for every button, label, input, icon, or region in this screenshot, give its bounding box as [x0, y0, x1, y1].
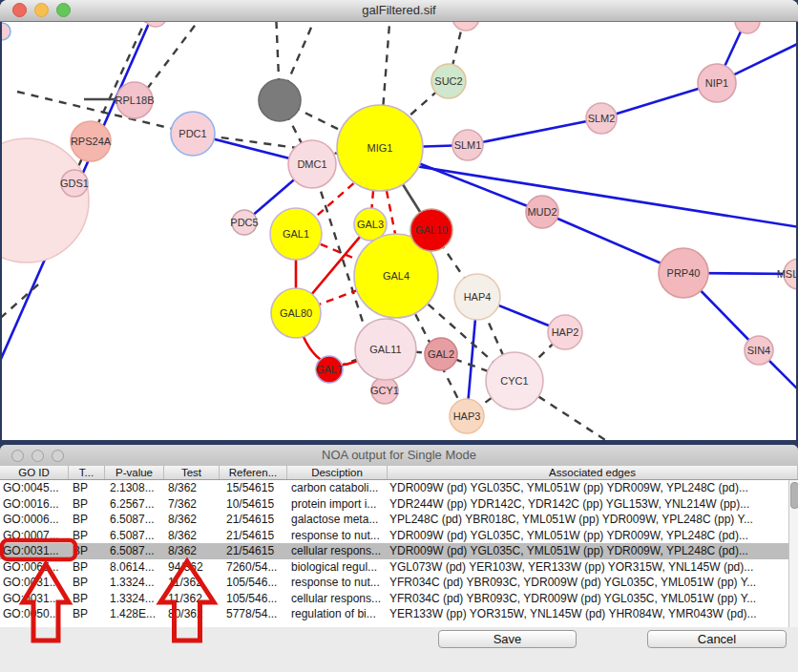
table-scrollbar[interactable] — [788, 480, 798, 627]
table-cell: carbon cataboli... — [287, 480, 388, 496]
table-row[interactable]: GO:0031...BP1.3324...11/362105/546...cel… — [0, 591, 788, 607]
table-cell: BP — [69, 575, 105, 591]
table-row[interactable]: GO:0007...BP6.5087...8/36221/54615respon… — [0, 528, 788, 544]
table-cell: BP — [69, 496, 105, 513]
noa-window-title: NOA output for Single Mode — [0, 445, 798, 466]
column-header[interactable]: GO ID — [0, 466, 69, 479]
noa-titlebar: NOA output for Single Mode — [0, 445, 798, 467]
table-cell: 1.428E... — [105, 606, 164, 622]
node-label: GAL11 — [369, 344, 401, 355]
table-cell: GO:0016... — [0, 496, 69, 513]
table-cell: GO:0045... — [0, 480, 69, 496]
node-label: HAP3 — [453, 410, 481, 422]
table-row[interactable]: GO:0031...BP1.3324...11/362105/546...res… — [0, 575, 788, 591]
table-cell: 21/54615 — [220, 543, 287, 559]
table-cell: 8/362 — [164, 480, 220, 496]
node-label: CYC1 — [500, 375, 528, 387]
cancel-button[interactable]: Cancel — [647, 630, 787, 648]
node-label: GAL7 — [316, 364, 343, 375]
table-row[interactable]: GO:0050...BP1.428E...80/3625778/54...reg… — [0, 606, 788, 622]
node-label: GDS1 — [60, 178, 89, 189]
table-cell: GO:0006... — [0, 512, 69, 528]
table-cell: 10/54615 — [220, 496, 287, 513]
table-cell: YDR009W (pd) YGL035C, YML051W (pp) YDR00… — [388, 480, 788, 496]
table-cell: YDR244W (pp) YDR142C, YDR142C (pp) YGL15… — [388, 496, 788, 513]
table-cell: 6.5087... — [105, 543, 164, 559]
table-cell: 2.1308... — [105, 480, 164, 496]
network-canvas[interactable]: RPL18BRPS24AGDS1PDC1DMC1PDC5SUC2SLM1SLM2… — [0, 0, 798, 440]
table-row[interactable]: GO:0006...BP6.5087...8/36221/54615galact… — [0, 512, 788, 528]
table-cell: YDR009W (pd) YGL035C, YML051W (pp) YDR00… — [388, 528, 788, 544]
node-label: HAP4 — [464, 291, 492, 303]
table-cell: galactose meta... — [287, 512, 388, 528]
table-row[interactable]: GO:0065...BP8.0614...94/3627260/54...bio… — [0, 559, 788, 576]
node-label: GAL3 — [357, 219, 384, 230]
table-row[interactable]: GO:0016...BP6.2567...7/36210/54615protei… — [0, 496, 788, 513]
table-cell: 21/54615 — [220, 528, 287, 544]
table-row[interactable]: GO:0045...BP2.1308...8/36215/54615carbon… — [0, 480, 788, 496]
table-cell: GO:0065... — [0, 559, 69, 576]
table-cell: YFR034C (pd) YBR093C, YDR009W (pd) YGL03… — [388, 591, 788, 607]
table-cell: GO:0031... — [0, 543, 69, 559]
graph-node[interactable] — [259, 79, 301, 121]
table-cell: biological regul... — [287, 559, 388, 576]
screen: RPL18BRPS24AGDS1PDC1DMC1PDC5SUC2SLM1SLM2… — [0, 0, 798, 672]
column-header[interactable]: Desciption — [287, 466, 388, 479]
table-cell: 8/362 — [164, 512, 220, 528]
button-panel: Save Cancel — [0, 627, 798, 672]
table-cell: YFR034C (pd) YBR093C, YDR009W (pd) YGL03… — [388, 575, 788, 591]
table-cell: BP — [69, 591, 105, 607]
column-header[interactable]: P-value — [105, 466, 164, 479]
table-cell: GO:0031... — [0, 575, 69, 591]
table-cell: BP — [69, 559, 105, 576]
table-cell: response to nut... — [287, 575, 388, 591]
node-label: NIP1 — [705, 77, 728, 89]
table-cell: 21/54615 — [220, 512, 287, 528]
save-button[interactable]: Save — [438, 630, 577, 648]
node-label: PDC5 — [230, 217, 258, 228]
scrollbar-thumb[interactable] — [790, 482, 798, 509]
node-label: GAL1 — [283, 228, 309, 240]
node-label: SIN4 — [747, 345, 770, 356]
graph-edge — [387, 191, 396, 239]
table-cell: 105/546... — [220, 591, 287, 607]
column-header[interactable]: Test — [164, 466, 220, 479]
table-cell: 11/362 — [164, 575, 220, 591]
table-header: GO IDT...P-valueTestReferen...Desciption… — [0, 466, 798, 480]
table-cell: GO:0050... — [0, 606, 69, 622]
table-cell: 105/546... — [220, 575, 287, 591]
node-label: MUD2 — [527, 206, 556, 218]
node-label: HAP2 — [552, 326, 579, 338]
graph-node[interactable] — [0, 138, 89, 262]
graph-titlebar: galFiltered.sif — [0, 0, 798, 22]
column-header[interactable]: T... — [69, 466, 105, 479]
node-label: MSL1 — [777, 268, 798, 280]
table-cell: 7/362 — [164, 496, 220, 513]
table-cell: 5778/54... — [220, 606, 287, 622]
table-cell: regulation of bi... — [287, 606, 388, 622]
node-label: SLM1 — [454, 139, 482, 151]
graph-edge — [391, 162, 798, 229]
table-cell: cellular respons... — [287, 591, 388, 607]
table-row[interactable]: GO:0031...BP6.5087...8/36221/54615cellul… — [0, 543, 788, 559]
table-cell: 1.3324... — [105, 591, 164, 607]
table-cell: GO:0007... — [0, 528, 69, 544]
table-cell: 8/362 — [164, 528, 220, 544]
graph-window-title: galFiltered.sif — [0, 0, 798, 21]
node-label: RPS24A — [71, 136, 112, 147]
table-cell: YPL248C (pd) YBR018C, YML051W (pp) YDR00… — [388, 512, 788, 528]
node-label: MIG1 — [368, 142, 393, 154]
column-header[interactable]: Associated edges — [388, 466, 798, 479]
table-cell: response to nut... — [287, 528, 388, 544]
table-cell: 15/54615 — [220, 480, 287, 496]
node-label: SLM2 — [588, 113, 616, 124]
table-cell: 8/362 — [164, 543, 220, 559]
table-cell: 80/362 — [164, 606, 220, 622]
node-label: PDC1 — [178, 128, 206, 139]
table-cell: 8.0614... — [105, 559, 164, 576]
table-cell: 6.5087... — [105, 528, 164, 544]
table-cell: YDR009W (pd) YGL035C, YML051W (pp) YDR00… — [388, 543, 788, 559]
table-cell: 1.3324... — [105, 575, 164, 591]
column-header[interactable]: Referen... — [220, 466, 287, 479]
table-cell: protein import i... — [287, 496, 388, 513]
